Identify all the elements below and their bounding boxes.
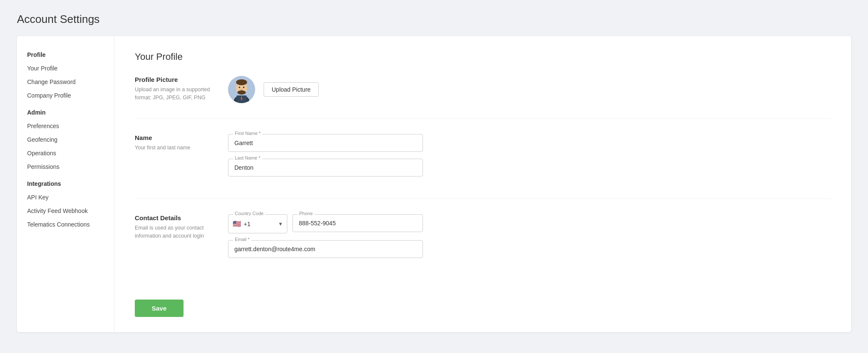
page-title: Account Settings xyxy=(17,13,851,26)
content-area: Your Profile Profile Picture Upload an i… xyxy=(114,36,851,332)
content-title: Your Profile xyxy=(135,51,831,62)
name-fields: First Name * Last Name * xyxy=(228,134,831,183)
contact-label-group: Contact Details Email is used as your co… xyxy=(135,214,228,265)
svg-point-8 xyxy=(243,87,245,88)
phone-input[interactable] xyxy=(292,214,423,232)
last-name-input[interactable] xyxy=(228,159,423,176)
profile-picture-label: Profile Picture xyxy=(135,76,220,83)
country-code-wrapper: Country Code 🇺🇸 +1 ▼ xyxy=(228,214,287,233)
profile-pic-row: Upload Picture xyxy=(228,76,831,103)
sidebar-section-profile: Profile xyxy=(17,45,114,62)
contact-label: Contact Details xyxy=(135,214,220,221)
name-desc: Your first and last name xyxy=(135,144,220,152)
phone-row: Country Code 🇺🇸 +1 ▼ Phone xyxy=(228,214,423,233)
profile-picture-label-group: Profile Picture Upload an image in a sup… xyxy=(135,76,228,103)
sidebar: Profile Your Profile Change Password Com… xyxy=(17,36,114,332)
avatar xyxy=(228,76,255,103)
sidebar-item-permissions[interactable]: Permissions xyxy=(17,160,114,174)
email-group: Email * xyxy=(228,240,423,258)
svg-point-6 xyxy=(237,90,246,95)
sidebar-item-company-profile[interactable]: Company Profile xyxy=(17,89,114,102)
svg-point-7 xyxy=(239,87,240,88)
sidebar-item-your-profile[interactable]: Your Profile xyxy=(17,62,114,75)
sidebar-item-activity-feed[interactable]: Activity Feed Webhook xyxy=(17,204,114,218)
sidebar-item-telematics[interactable]: Telematics Connections xyxy=(17,218,114,231)
upload-picture-button[interactable]: Upload Picture xyxy=(264,82,319,97)
contact-section: Contact Details Email is used as your co… xyxy=(135,214,831,280)
first-name-input[interactable] xyxy=(228,134,423,152)
profile-picture-section: Profile Picture Upload an image in a sup… xyxy=(135,76,831,119)
name-label-group: Name Your first and last name xyxy=(135,134,228,183)
sidebar-item-change-password[interactable]: Change Password xyxy=(17,75,114,89)
save-button[interactable]: Save xyxy=(135,300,184,317)
sidebar-section-integrations: Integrations xyxy=(17,174,114,191)
first-name-group: First Name * xyxy=(228,134,423,152)
profile-picture-desc: Upload an image in a supported format: J… xyxy=(135,86,220,102)
avatar-image xyxy=(228,76,255,103)
country-flag: 🇺🇸 xyxy=(233,220,241,228)
main-container: Profile Your Profile Change Password Com… xyxy=(17,36,851,332)
name-section: Name Your first and last name First Name… xyxy=(135,134,831,199)
sidebar-section-admin: Admin xyxy=(17,102,114,119)
contact-desc: Email is used as your contact informatio… xyxy=(135,224,220,240)
phone-label: Phone xyxy=(298,211,314,216)
country-code-select[interactable]: 🇺🇸 +1 xyxy=(228,214,287,233)
email-input[interactable] xyxy=(228,240,423,258)
sidebar-item-api-key[interactable]: API Key xyxy=(17,191,114,204)
sidebar-wrapper: Profile Your Profile Change Password Com… xyxy=(17,45,114,231)
phone-wrapper: Phone xyxy=(292,214,423,233)
profile-picture-fields: Upload Picture xyxy=(228,76,831,103)
sidebar-item-preferences[interactable]: Preferences xyxy=(17,119,114,133)
sidebar-item-geofencing[interactable]: Geofencing xyxy=(17,133,114,146)
contact-fields: Country Code 🇺🇸 +1 ▼ Phone xyxy=(228,214,831,265)
svg-point-5 xyxy=(236,79,247,85)
name-label: Name xyxy=(135,134,220,141)
last-name-group: Last Name * xyxy=(228,159,423,176)
country-dial: +1 xyxy=(244,221,250,227)
sidebar-item-operations[interactable]: Operations xyxy=(17,146,114,160)
svg-point-9 xyxy=(241,89,242,90)
